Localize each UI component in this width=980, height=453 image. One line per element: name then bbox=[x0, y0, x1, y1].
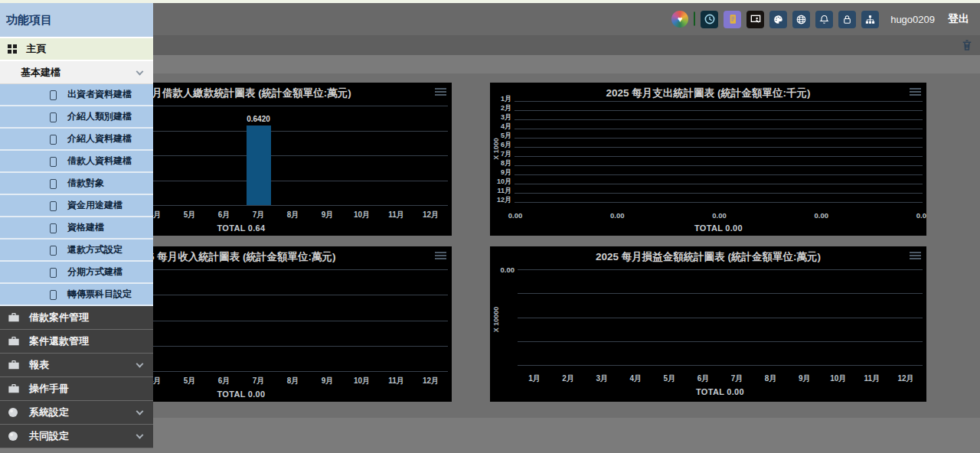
x-axis-tick-label: 6月 bbox=[209, 376, 240, 386]
x-axis-tick-label: 0.00 bbox=[608, 211, 626, 220]
sidebar-item-label: 還款方式設定 bbox=[67, 243, 122, 256]
x-axis-tick-label: 7月 bbox=[722, 373, 753, 384]
x-axis-tick-label: 10月 bbox=[347, 210, 377, 220]
x-axis-tick-label: 12月 bbox=[890, 373, 921, 384]
sidebar-item[interactable]: 系統設定 bbox=[0, 401, 153, 425]
chevron-down-icon bbox=[136, 432, 144, 439]
tablet-icon bbox=[50, 90, 57, 100]
username-label[interactable]: hugo0209 bbox=[890, 14, 935, 25]
sidebar-item[interactable]: 報表 bbox=[0, 354, 153, 377]
scroll-icon[interactable] bbox=[724, 11, 741, 28]
clock-icon[interactable] bbox=[701, 11, 718, 28]
gridline bbox=[518, 269, 923, 270]
x-axis-tick-label: 7月 bbox=[243, 376, 274, 386]
tablet-icon bbox=[50, 290, 57, 300]
sidebar-item[interactable]: 還款方式設定 bbox=[0, 240, 153, 262]
sidebar-item[interactable]: 資金用途建檔 bbox=[0, 195, 153, 217]
x-axis-tick-label: 8月 bbox=[278, 210, 309, 220]
bar-value-label: 0.6420 bbox=[236, 115, 282, 123]
sidebar-item-home[interactable]: 主頁 bbox=[0, 38, 153, 61]
hamburger-icon[interactable] bbox=[435, 252, 446, 260]
x-axis-tick-label: 0.00 bbox=[812, 211, 831, 220]
tablet-icon bbox=[50, 112, 57, 122]
sidebar-item[interactable]: 資格建檔 bbox=[0, 217, 153, 240]
hamburger-icon[interactable] bbox=[435, 88, 446, 96]
x-axis-tick-label: 12月 bbox=[416, 210, 446, 220]
hamburger-icon[interactable] bbox=[910, 252, 921, 260]
chart-total-label: TOTAL 0.64 bbox=[195, 223, 287, 233]
sidebar-item-label: 借款人資料建檔 bbox=[67, 155, 132, 168]
sitemap-icon[interactable] bbox=[861, 11, 879, 28]
sidebar-item-label: 案件還款管理 bbox=[29, 334, 89, 348]
sidebar-item-label: 介紹人類別建檔 bbox=[67, 110, 132, 123]
sidebar-item[interactable]: 共同設定 bbox=[0, 425, 153, 448]
chart-total-label: TOTAL 0.00 bbox=[195, 389, 287, 399]
gridline bbox=[514, 101, 923, 102]
chevron-down-icon bbox=[136, 67, 144, 75]
sidebar-item[interactable]: 操作手冊 bbox=[0, 377, 153, 401]
sidebar-item-label: 借款案件管理 bbox=[29, 311, 89, 324]
sidebar-group-label: 基本建檔 bbox=[21, 66, 60, 80]
gridline bbox=[514, 110, 923, 111]
briefcase-icon bbox=[8, 360, 24, 370]
sidebar-item-label: 出資者資料建檔 bbox=[67, 88, 132, 101]
x-axis-tick-label: 9月 bbox=[789, 373, 820, 384]
sidebar-item[interactable]: 分期方式建檔 bbox=[0, 262, 153, 284]
gridline bbox=[514, 193, 923, 194]
tablet-icon bbox=[50, 135, 57, 145]
globe-icon[interactable] bbox=[792, 11, 810, 28]
gridline bbox=[518, 318, 923, 318]
x-axis-tick-label: 7月 bbox=[243, 210, 274, 220]
gridline bbox=[514, 138, 923, 139]
sidebar-item[interactable]: 出資者資料建檔 bbox=[0, 84, 153, 106]
x-axis-tick-label: 9月 bbox=[312, 376, 343, 386]
sidebar-item[interactable]: 借款對象 bbox=[0, 173, 153, 195]
app-logo[interactable]: ♥ bbox=[671, 11, 688, 28]
sphere-icon bbox=[8, 407, 24, 418]
x-axis-tick-label: 8月 bbox=[756, 373, 786, 384]
tablet-icon bbox=[50, 157, 57, 167]
tablet-icon bbox=[50, 223, 57, 233]
x-axis-tick-label: 12月 bbox=[416, 376, 446, 386]
gridline bbox=[514, 184, 923, 184]
y-axis-tick-label: 12月 bbox=[490, 195, 511, 205]
chart-title: 2025 每月損益金額統計圖表 (統計金額單位:萬元) bbox=[490, 250, 926, 264]
tablet-icon bbox=[50, 179, 57, 189]
briefcase-icon bbox=[8, 336, 24, 347]
sphere-icon bbox=[8, 431, 24, 442]
presentation-icon[interactable] bbox=[746, 11, 764, 28]
lock-icon[interactable] bbox=[838, 11, 856, 28]
sidebar-sub-list: 出資者資料建檔 介紹人類別建檔 介紹人資料建檔 借款人資料建檔 借款對象 資金用… bbox=[0, 84, 153, 306]
sidebar-item-label: 操作手冊 bbox=[29, 382, 69, 396]
grid-icon bbox=[8, 44, 18, 54]
sidebar-group-basic-setup[interactable]: 基本建檔 bbox=[0, 61, 153, 84]
sidebar-item[interactable]: 介紹人類別建檔 bbox=[0, 106, 153, 129]
logout-button[interactable]: 登出 bbox=[948, 12, 969, 26]
hamburger-icon[interactable] bbox=[910, 88, 921, 96]
x-axis-tick-label: 0.00 bbox=[506, 211, 524, 220]
palette-icon[interactable] bbox=[769, 11, 787, 28]
sidebar-item-label: 報表 bbox=[29, 358, 49, 372]
tablet-icon bbox=[50, 201, 57, 211]
sidebar-item[interactable]: 案件還款管理 bbox=[0, 330, 153, 354]
sidebar-item[interactable]: 借款案件管理 bbox=[0, 306, 153, 330]
chevron-down-icon bbox=[136, 360, 144, 368]
chart-bar bbox=[247, 125, 271, 205]
sidebar-item[interactable]: 借款人資料建檔 bbox=[0, 151, 153, 173]
bank-logo[interactable] bbox=[694, 12, 695, 26]
bell-icon[interactable] bbox=[815, 11, 833, 28]
x-axis-tick-label: 10月 bbox=[823, 373, 854, 384]
gridline bbox=[514, 119, 923, 120]
x-axis-tick-label: 3月 bbox=[586, 373, 617, 384]
sidebar-item-label: 資金用途建檔 bbox=[67, 199, 122, 212]
chart-title: 2025 每月支出統計圖表 (統計金額單位:千元) bbox=[490, 86, 926, 100]
x-axis-tick-label: 1月 bbox=[519, 373, 550, 384]
x-axis-tick-label: 11月 bbox=[381, 376, 412, 386]
sidebar-item[interactable]: 介紹人資料建檔 bbox=[0, 129, 153, 151]
trash-icon[interactable] bbox=[960, 38, 974, 52]
axis-unit-label: X 10000 bbox=[492, 297, 501, 343]
sidebar-item[interactable]: 轉傳票科目設定 bbox=[0, 284, 153, 306]
x-axis-tick-label: 11月 bbox=[381, 210, 412, 220]
x-axis-tick-label: 8月 bbox=[278, 376, 309, 386]
chart-total-label: TOTAL 0.00 bbox=[675, 387, 766, 396]
